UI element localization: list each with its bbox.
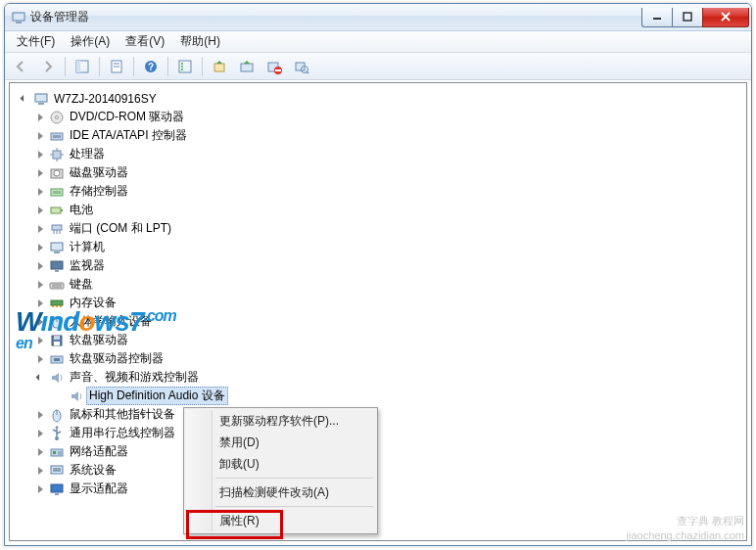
help-button[interactable]: ?: [138, 55, 164, 78]
tree-item[interactable]: 软盘驱动器控制器: [14, 349, 742, 368]
forward-button[interactable]: [35, 55, 61, 78]
svg-rect-52: [52, 305, 54, 307]
menu-view[interactable]: 查看(V): [118, 31, 172, 52]
svg-rect-11: [179, 61, 191, 72]
tree-item[interactable]: 处理器: [14, 145, 742, 163]
svg-rect-19: [275, 69, 281, 71]
app-icon: [11, 10, 26, 25]
window-controls: [641, 8, 749, 27]
disable-button[interactable]: [261, 55, 287, 78]
cm-scan-changes[interactable]: 扫描检测硬件改动(A): [186, 481, 375, 503]
cm-uninstall[interactable]: 卸载(U): [186, 453, 375, 475]
tree-item[interactable]: DVD/CD-ROM 驱动器: [14, 108, 742, 126]
svg-rect-0: [13, 13, 24, 21]
port-icon: [49, 221, 65, 237]
expander-icon[interactable]: [33, 297, 47, 310]
tree-item[interactable]: 声音、视频和游戏控制器: [14, 368, 742, 387]
svg-point-13: [181, 66, 183, 68]
update-driver-button[interactable]: [207, 55, 232, 78]
titlebar[interactable]: 设备管理器: [5, 4, 751, 31]
cm-disable[interactable]: 禁用(D): [186, 432, 375, 453]
tree-root[interactable]: W7ZJ-20140916SY: [14, 89, 742, 108]
audio-device-label: High Definition Audio 设备: [86, 387, 228, 405]
menu-action[interactable]: 操作(A): [63, 31, 118, 52]
expander-icon[interactable]: [33, 166, 47, 180]
expander-icon[interactable]: [33, 371, 47, 385]
root-label: W7ZJ-20140916SY: [51, 91, 160, 107]
tree-item[interactable]: 存储控制器: [14, 182, 742, 201]
memory-icon: [49, 296, 65, 311]
tree-item[interactable]: 键盘: [14, 275, 742, 294]
tree-item[interactable]: 端口 (COM 和 LPT): [14, 219, 742, 238]
svg-rect-28: [53, 135, 61, 138]
tree-item[interactable]: 监视器: [14, 256, 742, 275]
tree-item-audio-device[interactable]: High Definition Audio 设备: [14, 387, 742, 405]
tree-item-label: 软盘驱动器控制器: [67, 349, 166, 368]
svg-rect-53: [56, 305, 58, 307]
scan-hardware-button[interactable]: [289, 55, 314, 78]
tree-item-label: 计算机: [67, 238, 108, 256]
expander-icon[interactable]: [33, 482, 47, 496]
close-button[interactable]: [702, 8, 749, 27]
tree-item-label: 端口 (COM 和 LPT): [67, 219, 174, 238]
views-button[interactable]: [172, 55, 198, 78]
expander-icon[interactable]: [33, 204, 47, 217]
cm-update-driver[interactable]: 更新驱动程序软件(P)...: [186, 410, 375, 432]
expander-icon[interactable]: [33, 427, 47, 440]
svg-rect-39: [61, 209, 63, 211]
expander-icon[interactable]: [33, 334, 47, 347]
toolbar-separator: [99, 57, 100, 76]
expander-icon[interactable]: [33, 148, 47, 161]
expander-icon[interactable]: [33, 278, 47, 292]
tree-item-label: 键盘: [67, 275, 96, 294]
uninstall-button[interactable]: [234, 55, 260, 78]
minimize-button[interactable]: [641, 8, 672, 27]
tree-item-label: 监视器: [67, 256, 108, 275]
back-button[interactable]: [8, 55, 33, 78]
expander-icon[interactable]: [33, 352, 47, 366]
tree-item[interactable]: IDE ATA/ATAPI 控制器: [14, 126, 742, 145]
svg-rect-15: [214, 64, 224, 71]
tree-item[interactable]: 软盘驱动器: [14, 331, 742, 349]
expander-icon[interactable]: [33, 315, 47, 329]
expander-icon[interactable]: [18, 92, 31, 106]
expander-icon[interactable]: [33, 222, 47, 236]
tree-item[interactable]: 显示适配器: [14, 480, 742, 498]
tree-item[interactable]: 人体学输入设备: [14, 312, 742, 331]
show-hide-tree-button[interactable]: [70, 55, 95, 78]
menu-file[interactable]: 文件(F): [9, 31, 63, 52]
expander-icon[interactable]: [33, 259, 47, 273]
expander-icon[interactable]: [33, 408, 47, 422]
tree-item[interactable]: 电池: [14, 201, 742, 219]
svg-point-35: [54, 170, 60, 176]
expander-icon[interactable]: [33, 129, 47, 143]
maximize-button[interactable]: [672, 8, 702, 27]
expander-icon[interactable]: [33, 464, 47, 478]
floppyctrl-icon: [49, 351, 65, 367]
usb-icon: [49, 426, 65, 441]
computer-icon: [33, 91, 49, 107]
toolbar-separator: [202, 57, 203, 76]
monitor-icon: [49, 258, 65, 274]
expander-icon[interactable]: [33, 111, 47, 124]
svg-text:?: ?: [148, 62, 154, 72]
context-menu-separator: [215, 506, 373, 507]
expander-icon[interactable]: [33, 185, 47, 199]
battery-icon: [49, 203, 65, 218]
tree-item-label: 鼠标和其他指针设备: [67, 405, 178, 424]
tree-item[interactable]: 系统设备: [14, 461, 742, 480]
tree-item[interactable]: 磁盘驱动器: [14, 163, 742, 182]
properties-button[interactable]: [104, 55, 129, 78]
svg-rect-61: [54, 358, 60, 361]
tree-item[interactable]: 鼠标和其他指针设备: [14, 405, 742, 424]
tree-item[interactable]: 网络适配器: [14, 442, 742, 461]
cm-properties[interactable]: 属性(R): [186, 510, 375, 531]
expander-icon[interactable]: [33, 445, 47, 459]
device-tree-pane[interactable]: W7ZJ-20140916SY DVD/CD-ROM 驱动器IDE ATA/AT…: [9, 82, 747, 541]
menu-help[interactable]: 帮助(H): [172, 31, 228, 52]
svg-rect-59: [54, 342, 60, 345]
tree-item[interactable]: 通用串行总线控制器: [14, 424, 742, 442]
expander-icon[interactable]: [33, 241, 47, 254]
tree-item[interactable]: 内存设备: [14, 294, 742, 312]
tree-item[interactable]: 计算机: [14, 238, 742, 256]
